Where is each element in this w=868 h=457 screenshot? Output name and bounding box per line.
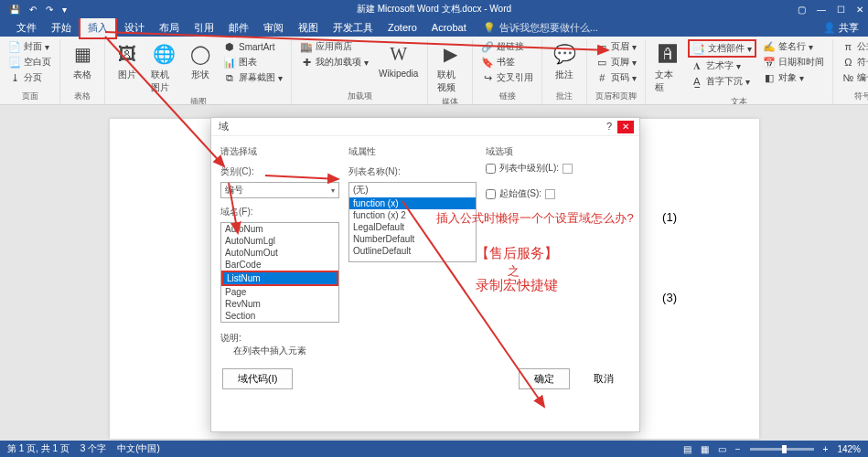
- tab-mailings[interactable]: 邮件: [221, 18, 256, 37]
- start-at-input[interactable]: [545, 189, 555, 199]
- number-button[interactable]: №编号: [839, 70, 868, 85]
- listname-option[interactable]: function (x): [349, 197, 476, 209]
- group-headerfooter: 页眉和页脚: [595, 90, 637, 104]
- list-level-input[interactable]: [563, 164, 573, 174]
- fieldcodes-button[interactable]: 域代码(I): [222, 368, 293, 389]
- store-button[interactable]: 🏬应用商店: [297, 39, 371, 54]
- crossref-button[interactable]: ↪交叉引用: [478, 70, 536, 85]
- tab-layout[interactable]: 布局: [152, 18, 187, 37]
- tab-design[interactable]: 设计: [117, 18, 152, 37]
- pictures-button[interactable]: 🖼图片: [111, 39, 144, 83]
- listname-option[interactable]: function (x) 2: [349, 209, 476, 221]
- tab-dev[interactable]: 开发工具: [326, 18, 380, 37]
- equation-button[interactable]: π公式 ▾: [839, 39, 868, 54]
- dialog-help-icon[interactable]: ?: [606, 121, 612, 132]
- bookmark-button[interactable]: 🔖书签: [478, 55, 536, 69]
- field-option[interactable]: Page: [221, 286, 338, 298]
- ribbon-options-icon[interactable]: ▢: [798, 5, 806, 15]
- save-icon[interactable]: 💾: [9, 5, 20, 15]
- wordart-button[interactable]: 𝐀艺术字 ▾: [688, 58, 756, 73]
- maximize-icon[interactable]: ☐: [837, 5, 845, 15]
- view-print-icon[interactable]: ▦: [701, 444, 709, 454]
- table-button[interactable]: ▦表格: [66, 39, 99, 83]
- group-media: 媒体: [442, 96, 458, 105]
- zoom-slider[interactable]: [750, 448, 814, 451]
- equation-number-1: (1): [662, 210, 677, 224]
- tell-me[interactable]: 💡 告诉我您想要做什么...: [483, 21, 598, 35]
- blank-page-button[interactable]: 📃空白页: [5, 55, 54, 69]
- tab-acrobat[interactable]: Acrobat: [424, 19, 474, 36]
- field-option[interactable]: ListNum: [221, 271, 338, 286]
- close-icon[interactable]: ✕: [856, 5, 863, 15]
- category-label: 类别(C):: [220, 165, 339, 178]
- object-button[interactable]: ◧对象 ▾: [760, 70, 827, 85]
- cancel-button[interactable]: 取消: [579, 369, 628, 388]
- status-lang[interactable]: 中文(中国): [117, 442, 160, 455]
- fieldname-listbox[interactable]: AutoNumAutoNumLglAutoNumOutBarCodeListNu…: [220, 222, 339, 323]
- textbox-button[interactable]: 🅰文本框: [651, 39, 684, 96]
- comment-button[interactable]: 💬批注: [548, 39, 581, 83]
- tab-file[interactable]: 文件: [9, 18, 44, 37]
- field-option[interactable]: RevNum: [221, 298, 338, 310]
- shapes-button[interactable]: ◯形状: [184, 39, 217, 83]
- online-pictures-button[interactable]: 🌐联机图片: [147, 39, 180, 96]
- group-links: 链接: [499, 90, 516, 104]
- field-option[interactable]: BarCode: [221, 259, 338, 271]
- dropcap-button[interactable]: A̲首字下沉 ▾: [688, 74, 756, 89]
- footer-button[interactable]: ▭页脚 ▾: [593, 55, 639, 69]
- zoom-level[interactable]: 142%: [837, 444, 861, 454]
- listname-option[interactable]: LegalDefault: [349, 221, 476, 233]
- store-icon: 🏬: [300, 40, 313, 53]
- share-button[interactable]: 👤 共享: [823, 21, 859, 35]
- zoom-in-icon[interactable]: +: [823, 444, 829, 454]
- zoom-out-icon[interactable]: −: [735, 444, 741, 454]
- myaddins-button[interactable]: ✚我的加载项 ▾: [297, 55, 371, 69]
- equation-number-2: (3): [662, 291, 677, 304]
- tab-view[interactable]: 视图: [291, 18, 326, 37]
- listname-option[interactable]: NumberDefault: [349, 233, 476, 245]
- dialog-close-icon[interactable]: ✕: [617, 121, 634, 133]
- pagenum-button[interactable]: #页码 ▾: [593, 70, 639, 85]
- datetime-button[interactable]: 📅日期和时间: [760, 55, 827, 69]
- redo-icon[interactable]: ↷: [46, 5, 53, 15]
- field-option[interactable]: AutoNumLgl: [221, 235, 338, 247]
- listname-listbox[interactable]: (无)function (x)function (x) 2LegalDefaul…: [348, 182, 477, 262]
- view-read-icon[interactable]: ▤: [683, 444, 691, 454]
- smartart-button[interactable]: ⬢SmartArt: [220, 39, 285, 54]
- status-page[interactable]: 第 1 页, 共 1 页: [7, 442, 70, 455]
- tab-home[interactable]: 开始: [44, 18, 79, 37]
- cover-page-button[interactable]: 📄封面 ▾: [5, 39, 54, 54]
- listname-option[interactable]: (无): [349, 183, 476, 197]
- symbol-button[interactable]: Ω符号 ▾: [839, 55, 868, 69]
- object-icon: ◧: [763, 71, 776, 84]
- status-words[interactable]: 3 个字: [80, 442, 106, 455]
- start-at-checkbox[interactable]: 起始值(S):: [486, 187, 630, 200]
- tab-zotero[interactable]: Zotero: [380, 19, 424, 36]
- field-option[interactable]: AutoNum: [221, 223, 338, 235]
- page-break-button[interactable]: ⤓分页: [5, 70, 54, 85]
- ok-button[interactable]: 确定: [519, 368, 570, 389]
- field-option[interactable]: Section: [221, 310, 338, 322]
- undo-icon[interactable]: ↶: [29, 5, 37, 15]
- field-option[interactable]: AutoNumOut: [221, 247, 338, 259]
- tab-review[interactable]: 审阅: [256, 18, 291, 37]
- field-option[interactable]: SectionPages: [221, 322, 338, 323]
- list-level-checkbox[interactable]: 列表中级别(L):: [486, 162, 630, 175]
- wikipedia-button[interactable]: WWikipedia: [375, 39, 422, 80]
- online-video-button[interactable]: ▶联机视频: [434, 39, 466, 96]
- status-bar: 第 1 页, 共 1 页 3 个字 中文(中国) ▤ ▦ ▭ − + 142%: [0, 441, 868, 457]
- quickparts-button[interactable]: 📑文档部件 ▾: [688, 39, 756, 58]
- tab-references[interactable]: 引用: [187, 18, 221, 37]
- minimize-icon[interactable]: —: [817, 5, 826, 15]
- sigline-button[interactable]: ✍签名行 ▾: [760, 39, 827, 54]
- screenshot-button[interactable]: ⧉屏幕截图 ▾: [220, 70, 285, 85]
- view-web-icon[interactable]: ▭: [718, 444, 726, 454]
- category-combo[interactable]: 编号: [220, 182, 339, 198]
- listname-option[interactable]: OutlineDefault: [349, 245, 476, 257]
- chart-button[interactable]: 📊图表: [220, 55, 285, 69]
- tab-insert[interactable]: 插入: [79, 16, 117, 39]
- qat-more-icon[interactable]: ▾: [62, 5, 67, 15]
- header-button[interactable]: ▭页眉 ▾: [593, 39, 639, 54]
- hyperlink-button[interactable]: 🔗超链接: [478, 39, 536, 54]
- field-dialog: 域 ? ✕ 请选择域 类别(C): 编号 域名(F): AutoNumAutoN…: [210, 117, 640, 432]
